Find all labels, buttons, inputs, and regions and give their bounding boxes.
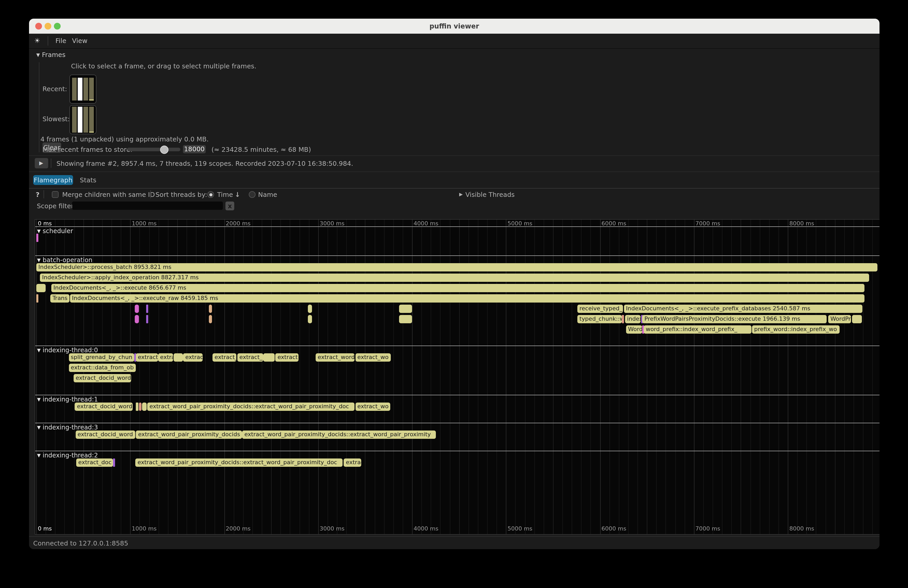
flame-bar[interactable]: extract::data_from_ob	[69, 364, 136, 372]
visible-threads-triangle-icon[interactable]: ▶	[459, 191, 463, 197]
flame-bar[interactable]: extract	[275, 353, 299, 361]
flame-bar[interactable]	[136, 403, 138, 411]
flame-bar[interactable]: extract_docid_word	[76, 430, 135, 439]
flame-bar[interactable]	[36, 284, 46, 292]
tab-flamegraph[interactable]: Flamegraph	[33, 175, 73, 185]
frame-bar[interactable]	[89, 78, 94, 101]
flame-bar[interactable]: extract_word_pair_proximity_docids::extr…	[147, 403, 355, 411]
flame-bar[interactable]: IndexScheduler>::apply_index_operation 8…	[40, 273, 869, 282]
sort-name-radio[interactable]	[249, 191, 256, 198]
sort-direction-arrow-icon[interactable]: ↓	[235, 191, 240, 198]
flame-bar[interactable]: extract_wo	[355, 353, 391, 361]
flame-bar[interactable]	[399, 305, 412, 313]
flame-bar[interactable]: extract_	[237, 353, 263, 361]
flame-bar[interactable]: extract_	[213, 353, 237, 361]
thread-header-indexing-thread:3[interactable]: ▼ indexing-thread:3	[37, 424, 98, 431]
flame-bar[interactable]: IndexDocuments<_, _>::execute 8656.677 m…	[51, 284, 865, 292]
menu-file[interactable]: File	[55, 34, 66, 48]
flame-bar[interactable]	[308, 305, 312, 313]
flame-bar[interactable]	[142, 403, 147, 411]
flame-bar[interactable]: extract_word_pair_proximity_docids::extr…	[135, 458, 343, 466]
merge-children-checkbox[interactable]	[52, 191, 59, 198]
flame-bar[interactable]: prefix_word::index_prefix_wo	[752, 325, 839, 334]
flame-bar[interactable]: extrac	[344, 458, 361, 466]
flame-bar[interactable]	[147, 305, 148, 313]
slider-handle[interactable]	[160, 145, 168, 154]
flame-bar[interactable]: extrac	[183, 353, 203, 361]
flame-bar[interactable]	[113, 458, 115, 466]
clear-filter-button[interactable]: x	[225, 201, 234, 210]
flame-bar[interactable]: extract_word_pair_proximity_docids	[136, 430, 242, 439]
frame-bar[interactable]	[72, 78, 77, 101]
flame-bar[interactable]	[147, 315, 148, 323]
flame-bar[interactable]: split_grenad_by_chun	[69, 353, 134, 361]
slowest-label: Slowest:	[42, 115, 70, 123]
flame-bar[interactable]	[36, 294, 39, 302]
flame-bar[interactable]	[399, 315, 412, 323]
flame-bar[interactable]	[209, 315, 212, 323]
sort-time-radio[interactable]	[207, 191, 214, 198]
flame-bar[interactable]: word_prefix::index_word_prefix_	[644, 325, 752, 334]
frame-bar[interactable]	[84, 106, 88, 132]
recent-frames-thumbnail[interactable]	[69, 75, 97, 104]
help-button[interactable]: ?	[36, 191, 40, 198]
scope-filter-input[interactable]	[72, 201, 222, 210]
flame-bar[interactable]: extract_doc	[76, 458, 113, 466]
flame-bar[interactable]	[138, 403, 142, 411]
thread-header-indexing-thread:1[interactable]: ▼ indexing-thread:1	[37, 396, 98, 403]
frame-bar[interactable]	[72, 106, 77, 132]
flame-bar[interactable]: WordPr	[828, 315, 851, 323]
flame-bar[interactable]: receive_typed_	[577, 305, 623, 313]
thread-header-batch-operation[interactable]: ▼ batch-operation	[37, 256, 92, 263]
merge-children-label[interactable]: Merge children with same ID	[62, 191, 155, 198]
axis-tick-label: 6000 ms	[601, 525, 626, 532]
frame-bar-selected[interactable]	[78, 106, 82, 132]
theme-toggle-icon[interactable]: ☀	[34, 34, 40, 48]
visible-threads-header[interactable]: Visible Threads	[465, 191, 515, 198]
flame-bar[interactable]: IndexScheduler>::process_batch 8953.821 …	[36, 263, 877, 272]
frame-bar[interactable]	[84, 78, 88, 101]
flame-bar[interactable]: extract_docid_word	[74, 374, 131, 382]
section-separator	[35, 227, 879, 227]
flame-bar[interactable]	[135, 305, 139, 313]
thread-header-indexing-thread:2[interactable]: ▼ indexing-thread:2	[37, 451, 98, 459]
slowest-frames-thumbnail[interactable]	[69, 105, 97, 134]
flame-bar[interactable]	[174, 353, 183, 361]
flame-bar[interactable]: extract_word	[316, 353, 355, 361]
flame-bar[interactable]: extract	[136, 353, 158, 361]
scope-filter-label: Scope filter:	[37, 202, 76, 210]
flame-bar[interactable]	[36, 234, 39, 242]
flame-bar[interactable]: extra	[158, 353, 173, 361]
thread-header-indexing-thread:0[interactable]: ▼ indexing-thread:0	[37, 347, 98, 354]
play-button[interactable]: ▶	[34, 158, 48, 169]
menu-view[interactable]: View	[72, 34, 87, 48]
flame-bar[interactable]	[264, 353, 275, 361]
flame-bar[interactable]: Word	[626, 325, 642, 334]
flame-bar[interactable]: extract_docid_word	[75, 403, 133, 411]
sort-name-label[interactable]: Name	[258, 191, 277, 198]
window-title: puffin viewer	[29, 19, 879, 34]
max-frames-slider[interactable]	[127, 148, 180, 151]
thread-header-scheduler[interactable]: ▼ scheduler	[37, 227, 73, 235]
flame-bar[interactable]: typed_chunk::w	[577, 315, 622, 323]
tab-stats[interactable]: Stats	[78, 175, 98, 185]
flame-bar[interactable]: extract_wo	[355, 403, 390, 411]
sort-time-label[interactable]: Time	[217, 191, 233, 198]
flame-bar[interactable]	[308, 315, 312, 323]
flame-bar[interactable]	[209, 305, 212, 313]
flame-bar[interactable]: index	[625, 315, 641, 323]
flame-bar[interactable]: extract_word_pair_proximity_docids::extr…	[242, 430, 436, 439]
frame-bar[interactable]	[89, 106, 94, 132]
flame-bar[interactable]	[135, 315, 139, 323]
flame-bar[interactable]: IndexDocuments<_, _>::execute_prefix_dat…	[624, 305, 863, 313]
flame-canvas[interactable]: 0 ms0 ms1000 ms1000 ms2000 ms2000 ms3000…	[34, 219, 879, 534]
flame-bar[interactable]	[852, 315, 862, 323]
axis-tick-label: 4000 ms	[414, 220, 438, 227]
flame-bar[interactable]: Trans	[50, 294, 69, 302]
max-frames-value[interactable]: 18000	[183, 145, 206, 153]
flame-bar[interactable]: PrefixWordPairsProximityDocids::execute …	[642, 315, 827, 323]
frame-bar-selected[interactable]	[78, 78, 82, 101]
flame-bar[interactable]: IndexDocuments<_, _>::execute_raw 8459.1…	[70, 294, 865, 302]
flame-bar[interactable]	[622, 315, 624, 323]
frames-header[interactable]: ▼ Frames	[36, 51, 66, 59]
